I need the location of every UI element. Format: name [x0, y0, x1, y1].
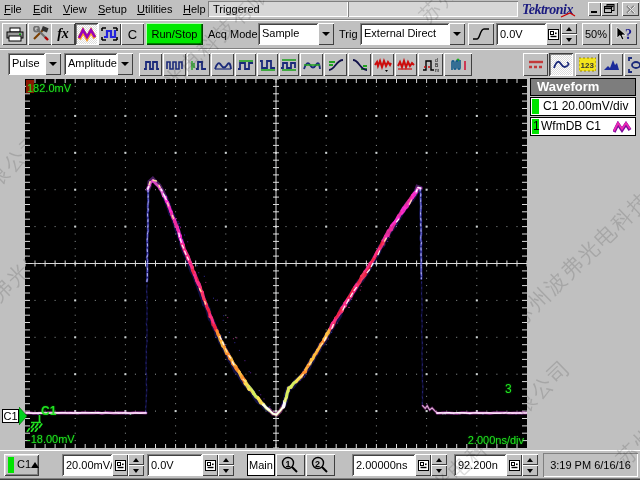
main-timebase-toggle[interactable]: Main	[247, 454, 275, 476]
pulse-display-button[interactable]	[98, 23, 121, 45]
vertical-offset-spinner[interactable]	[218, 454, 234, 476]
acq-mode-combo[interactable]: Sample	[258, 23, 334, 45]
waveform-row-wfmdb[interactable]: 1 WfmDB C1	[530, 117, 636, 136]
spin-down-button[interactable]	[561, 34, 577, 45]
top-voltage-label: 182.0mV	[27, 82, 71, 94]
spin-down-button[interactable]	[128, 465, 144, 476]
measure-button-6[interactable]	[257, 53, 278, 76]
horizontal-scale-field[interactable]: 2.00000ns	[352, 454, 415, 476]
print-button[interactable]	[2, 23, 27, 45]
measure-button-7[interactable]	[279, 53, 299, 76]
close-icon	[626, 5, 635, 14]
spin-up-button[interactable]	[561, 23, 577, 34]
menu-edit[interactable]: Edit	[29, 2, 56, 17]
up-arrow-icon	[527, 458, 533, 462]
waveform-display-toggle[interactable]	[75, 23, 98, 45]
menu-view[interactable]: View	[59, 2, 91, 17]
down-arrow-icon	[223, 469, 229, 473]
spin-down-button[interactable]	[522, 465, 538, 476]
clear-button[interactable]: C	[121, 23, 144, 45]
measure-button-11[interactable]	[372, 53, 394, 76]
spin-down-button[interactable]	[431, 465, 447, 476]
timebase-label: 2.000ns/div	[468, 434, 524, 446]
waveform-display[interactable]: 182.0mV -18.00mV 2.000ns/div 3 C1	[25, 79, 527, 448]
trigger-source-value: External Direct	[360, 23, 449, 45]
main-toggle-label: Main	[249, 459, 273, 471]
run-stop-button[interactable]: Run/Stop	[146, 23, 203, 45]
horizontal-scale-spinner[interactable]	[431, 454, 447, 476]
menu-file[interactable]: File	[0, 2, 26, 17]
trigger-level-field[interactable]: 0.0V	[496, 23, 546, 45]
vertical-offset-keypad-button[interactable]	[202, 454, 218, 476]
svg-text:123: 123	[580, 61, 594, 70]
keypad-icon	[418, 460, 429, 471]
measure-button-3[interactable]	[187, 53, 210, 76]
measure-class-dropdown-button[interactable]	[45, 53, 61, 75]
trigger-source-dropdown-button[interactable]	[449, 23, 465, 45]
measure-class-combo[interactable]: Pulse	[8, 53, 61, 75]
zoom1-button[interactable]: 1	[276, 454, 305, 476]
menu-utilities[interactable]: Utilities	[133, 2, 176, 17]
measure-button-5[interactable]	[235, 53, 256, 76]
spin-up-button[interactable]	[431, 454, 447, 465]
spin-up-button[interactable]	[128, 454, 144, 465]
spin-up-button[interactable]	[218, 454, 234, 465]
chevron-down-icon	[121, 62, 129, 66]
measure-button-13[interactable]: dBm	[418, 53, 443, 76]
up-arrow-icon	[566, 27, 572, 31]
minimize-button[interactable]	[588, 2, 601, 16]
measure-button-2[interactable]	[163, 53, 186, 76]
vertical-offset-field[interactable]: 0.0V	[147, 454, 202, 476]
waveform-row-c1[interactable]: C1 20.00mV/div	[530, 97, 636, 116]
horizontal-delay-field[interactable]: 92.200n	[454, 454, 506, 476]
view-button-histogram[interactable]	[600, 53, 623, 76]
measure-button-1[interactable]	[139, 53, 162, 76]
measure-button-8[interactable]	[300, 53, 323, 76]
spin-down-button[interactable]	[218, 465, 234, 476]
measure-type-combo[interactable]: Amplitude	[64, 53, 133, 75]
vertical-scale-field[interactable]: 20.00mV/	[62, 454, 112, 476]
vertical-scale-spinner[interactable]	[128, 454, 144, 476]
measure-button-10[interactable]	[348, 53, 371, 76]
horizontal-delay-spinner[interactable]	[522, 454, 538, 476]
close-button[interactable]	[622, 2, 639, 16]
waveform-panel: Waveform C1 20.00mV/div 1 WfmDB C1	[530, 78, 636, 136]
view-button-cursors[interactable]	[523, 53, 548, 76]
menu-setup[interactable]: Setup	[94, 2, 131, 17]
down-arrow-icon	[133, 469, 139, 473]
view-button-waveform-view[interactable]	[549, 53, 573, 76]
channel-badge[interactable]: C1	[2, 409, 19, 423]
amplitude-pulse-icon	[142, 57, 160, 73]
measure-button-4[interactable]	[211, 53, 234, 76]
view-button-eye-diagram[interactable]	[624, 53, 640, 76]
channel-select-button[interactable]: C1	[4, 454, 39, 476]
eye-diagram-icon	[628, 57, 640, 73]
menu-bar: File Edit View Setup Utilities Help Trig…	[0, 0, 640, 19]
channel-select-label: C1	[17, 458, 31, 470]
measure-button-12[interactable]	[395, 53, 417, 76]
view-button-readout-123[interactable]: 123	[575, 53, 599, 76]
context-help-button[interactable]: ?	[611, 23, 637, 45]
trigger-slope-button[interactable]	[468, 23, 494, 45]
trigger-source-combo[interactable]: External Direct	[360, 23, 465, 45]
spin-up-button[interactable]	[522, 454, 538, 465]
zoom2-button[interactable]: 2	[306, 454, 335, 476]
trigger-level-keypad-button[interactable]	[546, 23, 561, 45]
trigger-level-spinner[interactable]	[561, 23, 577, 45]
measure-type-dropdown-button[interactable]	[117, 53, 133, 75]
math-button[interactable]: fx	[51, 23, 75, 45]
vertical-scale-keypad-button[interactable]	[112, 454, 128, 476]
menu-help[interactable]: Help	[179, 2, 210, 17]
up-arrow-icon	[31, 462, 39, 468]
acq-mode-dropdown-button[interactable]	[318, 23, 334, 45]
acq-mode-label: Acq Mode	[208, 23, 258, 45]
restore-button[interactable]	[601, 2, 618, 16]
measure-button-14[interactable]	[444, 53, 472, 76]
keypad-icon	[115, 460, 126, 471]
measure-button-9[interactable]	[324, 53, 347, 76]
zoom-percent-button[interactable]: 50%	[582, 23, 610, 45]
horizontal-delay-keypad-button[interactable]	[506, 454, 522, 476]
vertical-scale-value: 20.00mV/	[66, 459, 113, 471]
horizontal-scale-keypad-button[interactable]	[415, 454, 431, 476]
utilities-button[interactable]	[28, 23, 53, 45]
